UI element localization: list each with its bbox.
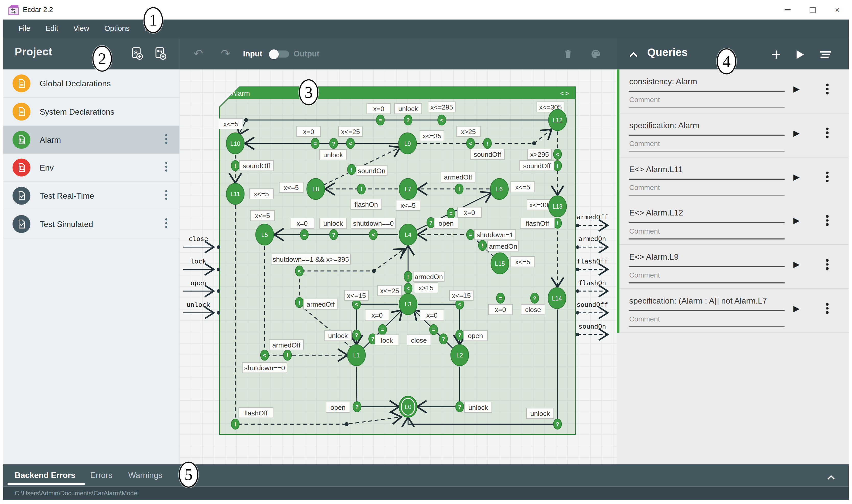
- edge-label[interactable]: shutdown==1 && x>=395: [271, 254, 351, 264]
- location-L8[interactable]: L8: [307, 178, 325, 200]
- edge-label[interactable]: x<=5: [511, 182, 535, 192]
- add-system-button[interactable]: S: [130, 46, 145, 61]
- guard-connector[interactable]: <: [347, 138, 355, 148]
- location-L9[interactable]: L9: [398, 133, 416, 154]
- output-sync-connector[interactable]: !: [231, 419, 239, 429]
- edge-label[interactable]: x<=25: [377, 285, 402, 296]
- edge-label[interactable]: shutdown==0: [243, 363, 287, 373]
- redo-icon[interactable]: ↷: [216, 38, 235, 69]
- run-query-icon[interactable]: ▶: [793, 260, 800, 269]
- edge-label[interactable]: armedOff: [303, 299, 338, 309]
- edge-label[interactable]: close: [407, 335, 431, 345]
- edge-label[interactable]: x>295: [528, 149, 552, 159]
- run-query-icon[interactable]: ▶: [793, 84, 800, 94]
- location-L7[interactable]: L7: [399, 178, 417, 200]
- update-connector[interactable]: =: [429, 325, 438, 335]
- edge-label[interactable]: armedOn: [488, 241, 519, 251]
- edge-label[interactable]: x<=295: [428, 102, 455, 112]
- output-sync-connector[interactable]: !: [357, 184, 365, 194]
- location-L10[interactable]: L10: [226, 133, 244, 154]
- edge-waypoint[interactable]: [244, 118, 248, 122]
- edge-label[interactable]: flashOff: [520, 218, 555, 228]
- query-menu-icon[interactable]: [826, 215, 829, 226]
- query-comment-input[interactable]: Comment: [629, 271, 660, 279]
- menu-file[interactable]: File: [11, 20, 38, 38]
- edge-label[interactable]: x<=5: [511, 257, 535, 267]
- sidebar-item-env[interactable]: Env: [3, 154, 179, 182]
- edge-label[interactable]: soundOff: [470, 149, 504, 159]
- edge-label[interactable]: flashOff: [239, 408, 273, 418]
- edge-label[interactable]: x<=5: [279, 182, 303, 193]
- output-sync-connector[interactable]: !: [231, 161, 239, 171]
- edge-label[interactable]: x=0: [290, 218, 314, 228]
- edge-label[interactable]: x=0: [367, 103, 391, 114]
- location-L13[interactable]: L13: [549, 196, 566, 217]
- component-name[interactable]: Alarm: [231, 89, 250, 97]
- query-menu-icon[interactable]: [826, 84, 829, 94]
- input-sync-connector[interactable]: ?: [330, 138, 338, 148]
- component-declarations-icon[interactable]: < >: [560, 90, 569, 97]
- close-button[interactable]: ×: [825, 0, 850, 20]
- query-comment-input[interactable]: Comment: [629, 139, 660, 148]
- update-connector[interactable]: =: [447, 208, 455, 219]
- query-comment-input[interactable]: Comment: [629, 95, 660, 104]
- output-sync-connector[interactable]: !: [295, 297, 303, 307]
- update-connector[interactable]: =: [311, 138, 319, 148]
- query-input[interactable]: E<> Alarm.L9: [629, 252, 792, 261]
- sidebar-item-system-declarations[interactable]: System Declarations: [3, 97, 179, 126]
- input-sync-connector[interactable]: ?: [427, 218, 435, 228]
- delete-icon[interactable]: [558, 38, 577, 69]
- location-L15[interactable]: L15: [491, 253, 509, 274]
- location-L1[interactable]: L1: [348, 345, 365, 366]
- add-query-icon[interactable]: [769, 47, 783, 61]
- input-sync-connector[interactable]: ?: [456, 402, 464, 412]
- edge-waypoint[interactable]: [372, 269, 376, 273]
- input-sync-connector[interactable]: ?: [456, 330, 464, 340]
- query-comment-input[interactable]: Comment: [629, 227, 660, 235]
- edge-label[interactable]: x>15: [414, 283, 438, 293]
- menu-options[interactable]: Options: [97, 20, 138, 38]
- sidebar-item-global-declarations[interactable]: Global Declarations: [3, 69, 179, 98]
- input-sync-connector[interactable]: ?: [352, 330, 360, 340]
- guard-connector[interactable]: <: [369, 230, 377, 240]
- output-sync-connector[interactable]: !: [483, 138, 492, 148]
- edge-label[interactable]: flashOn: [351, 199, 382, 209]
- component-header[interactable]: [228, 87, 575, 99]
- menu-view[interactable]: View: [66, 20, 96, 38]
- edge-label[interactable]: soundOff: [520, 161, 554, 171]
- edge-label[interactable]: unlock: [324, 330, 352, 341]
- collapse-queries-icon[interactable]: [626, 47, 640, 61]
- edge-label[interactable]: x=0: [458, 207, 482, 217]
- guard-connector[interactable]: <: [404, 283, 412, 293]
- edge-label[interactable]: lock: [375, 335, 399, 345]
- canvas[interactable]: Alarm< > =?<=?<<!<!!!!!!=?<?==!<!!<<?<?=…: [179, 69, 617, 464]
- location-L6[interactable]: L6: [491, 178, 509, 200]
- location-L2[interactable]: L2: [451, 345, 468, 366]
- input-sync-connector[interactable]: ?: [330, 230, 338, 240]
- guard-connector[interactable]: <: [261, 350, 269, 360]
- edge-label[interactable]: x<=15: [449, 290, 474, 301]
- menu-edit[interactable]: Edit: [38, 20, 66, 38]
- edge-label[interactable]: x<=25: [338, 126, 362, 137]
- location-L5[interactable]: L5: [256, 224, 273, 245]
- edge-label[interactable]: open: [434, 218, 458, 228]
- query-input[interactable]: E<> Alarm.L11: [629, 164, 792, 174]
- edge-label[interactable]: unlock: [527, 408, 554, 418]
- sidebar-item-alarm[interactable]: Alarm: [3, 126, 179, 154]
- minimize-button[interactable]: [775, 0, 800, 20]
- color-palette-icon[interactable]: [586, 38, 605, 69]
- edge-label[interactable]: close: [521, 304, 545, 314]
- location-L11[interactable]: L11: [226, 183, 244, 204]
- edge-label[interactable]: soundOn: [356, 165, 387, 176]
- item-menu-icon[interactable]: [165, 218, 167, 228]
- location-L4[interactable]: L4: [399, 224, 417, 245]
- run-query-icon[interactable]: ▶: [793, 304, 800, 313]
- query-input[interactable]: consistency: Alarm: [629, 77, 792, 86]
- query-input[interactable]: specification: Alarm: [629, 121, 792, 130]
- sidebar-item-test-simulated[interactable]: Test Simulated: [3, 210, 179, 238]
- query-comment-input[interactable]: Comment: [629, 183, 660, 192]
- input-sync-connector[interactable]: ?: [439, 334, 448, 344]
- edge-label[interactable]: armedOff: [441, 172, 475, 182]
- update-connector[interactable]: =: [496, 293, 504, 303]
- edge-label[interactable]: x<=5: [249, 189, 273, 199]
